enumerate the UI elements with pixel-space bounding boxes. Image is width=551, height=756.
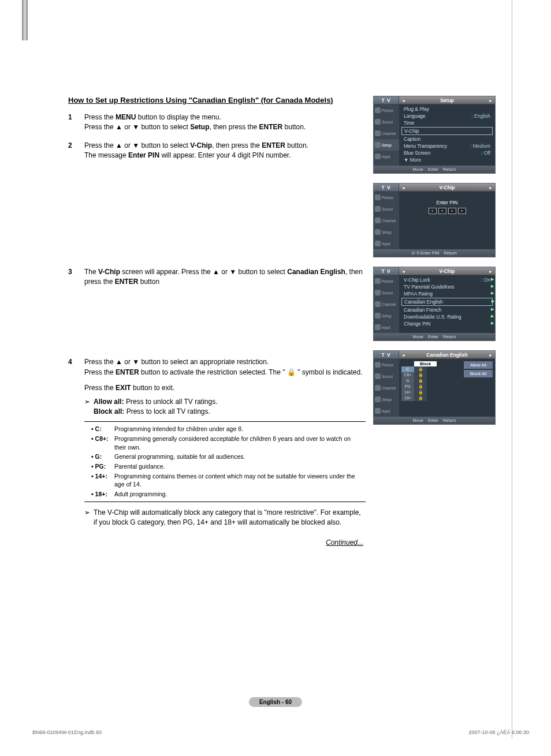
chevron-right-icon: ▶ xyxy=(491,321,494,325)
def-val: Adult programming. xyxy=(114,490,359,499)
step-number: 1 xyxy=(68,113,76,133)
side-label: Sound xyxy=(382,291,393,295)
footer-enter-pin: 0~9 Enter PIN xyxy=(412,250,439,256)
side-channel: Channel xyxy=(374,382,399,394)
menu-row-selected: Canadian English▶ xyxy=(401,298,493,306)
menu-label: Canadian French xyxy=(404,307,441,313)
pin-boxes: * * * * xyxy=(429,208,466,214)
step-number: 4 xyxy=(68,357,76,393)
menu-label: Plug & Play xyxy=(404,106,429,112)
setup-icon xyxy=(375,142,381,148)
allow-label: Allow all: xyxy=(94,398,124,406)
side-picture: Picture xyxy=(374,275,399,287)
side-sound: Sound xyxy=(374,287,399,298)
text: will appear. Enter your 4 digit PIN numb… xyxy=(159,151,291,159)
main-content: How to Set up Restrictions Using "Canadi… xyxy=(68,96,366,547)
side-input: Input xyxy=(374,238,399,249)
text: button to activate the restriction selec… xyxy=(139,368,363,376)
osd-sidebar: Picture Sound Channel Setup Input xyxy=(374,275,399,333)
side-label: Input xyxy=(382,242,390,246)
footer-return: Return xyxy=(443,418,456,423)
text-bold: V-Chip xyxy=(98,268,120,276)
tv-label: T V xyxy=(374,351,399,359)
continued-text: Continued... xyxy=(68,538,363,547)
osd-canadian-english: T V Canadian English Picture Sound Chann… xyxy=(373,350,496,425)
side-label: Setup xyxy=(382,398,392,402)
setup-icon xyxy=(375,396,381,402)
text: button to display the menu. xyxy=(136,113,221,121)
lock-icon: 🔒 xyxy=(414,366,427,372)
osd-setup: T V Setup Picture Sound Channel Setup In… xyxy=(373,96,496,174)
text-bold: Canadian English xyxy=(287,268,345,276)
menu-row: Caption xyxy=(403,136,492,143)
chevron-right-icon: ▶ xyxy=(492,299,494,304)
allow-all-button: Allow All xyxy=(464,361,493,369)
chevron-right-icon: ▶ xyxy=(491,277,494,282)
osd-main: V-Chip Lock: On▶ TV Parental Guidelines▶… xyxy=(399,275,495,333)
side-label: Input xyxy=(382,325,390,330)
input-icon xyxy=(375,154,381,159)
side-setup: Setup xyxy=(374,310,399,321)
step-number: 2 xyxy=(68,141,76,161)
menu-label: Blue Screen xyxy=(404,150,430,156)
side-label: Picture xyxy=(382,196,393,200)
side-label: Setup xyxy=(382,230,392,234)
footer-enter: Enter xyxy=(428,334,438,339)
def-key: • C8+: xyxy=(91,435,112,451)
osd-title: Canadian English xyxy=(399,351,495,359)
note-text: The V-Chip will automatically block any … xyxy=(94,508,366,528)
text: Press the ▲ or ▼ button to select xyxy=(84,123,190,131)
side-picture: Picture xyxy=(374,359,399,370)
text: The message xyxy=(84,151,128,159)
text: button. xyxy=(282,123,306,131)
menu-label: MPAA Rating xyxy=(404,291,433,297)
arrow-icon: ➢ xyxy=(84,508,90,528)
osd-footer: MoveEnterReturn xyxy=(374,166,495,173)
side-setup: Setup xyxy=(374,139,399,151)
rating-14: 14+ xyxy=(401,390,414,395)
menu-label: Caption xyxy=(404,136,420,142)
text: button xyxy=(138,278,159,286)
chevron-right-icon: ▶ xyxy=(491,291,494,295)
setup-icon xyxy=(375,313,381,319)
side-label: Picture xyxy=(382,363,393,367)
text: Press the xyxy=(84,113,116,121)
footer-move: Move xyxy=(413,334,423,339)
rating-c8: C8+ xyxy=(401,372,414,378)
page-binding xyxy=(22,0,28,40)
channel-icon xyxy=(375,385,381,391)
def-row: • C8+:Programming generally considered a… xyxy=(84,434,366,452)
chevron-right-icon: ▶ xyxy=(491,284,494,289)
allow-block-panel: Allow All Block All xyxy=(464,361,493,414)
pin-digit: * xyxy=(458,208,466,214)
side-label: Sound xyxy=(382,207,393,211)
side-channel: Channel xyxy=(374,215,399,226)
osd-sidebar: Picture Sound Channel Setup Input xyxy=(374,192,399,249)
def-key: • 18+: xyxy=(91,490,112,499)
menu-label: Language xyxy=(404,113,426,119)
side-setup: Setup xyxy=(374,394,399,405)
side-label: Setup xyxy=(382,143,392,147)
text-bold: ENTER xyxy=(262,141,285,149)
lock-icon: 🔒 xyxy=(414,384,427,390)
picture-icon xyxy=(375,362,381,368)
text: Press the xyxy=(84,368,116,376)
side-label: Input xyxy=(382,155,390,159)
chevron-right-icon: ▶ xyxy=(491,314,494,319)
side-input: Input xyxy=(374,405,399,417)
step-text: Press the ▲ or ▼ button to select an app… xyxy=(84,357,366,393)
channel-icon xyxy=(375,301,381,307)
pin-digit: * xyxy=(429,208,437,214)
menu-label: Change PIN xyxy=(404,321,430,327)
menu-label: Menu Transparency xyxy=(404,143,447,149)
side-label: Channel xyxy=(382,302,396,306)
text: The xyxy=(84,268,98,276)
osd-vchip-pin: T V V-Chip Picture Sound Channel Setup I… xyxy=(373,183,496,257)
block-all-button: Block All xyxy=(464,370,493,377)
menu-row-selected: V-Chip xyxy=(401,127,493,135)
page-number: English - 60 xyxy=(249,697,302,707)
picture-icon xyxy=(375,107,381,113)
def-key: • G: xyxy=(91,452,112,461)
def-val: Programming intended for children under … xyxy=(114,425,359,433)
side-sound: Sound xyxy=(374,203,399,215)
